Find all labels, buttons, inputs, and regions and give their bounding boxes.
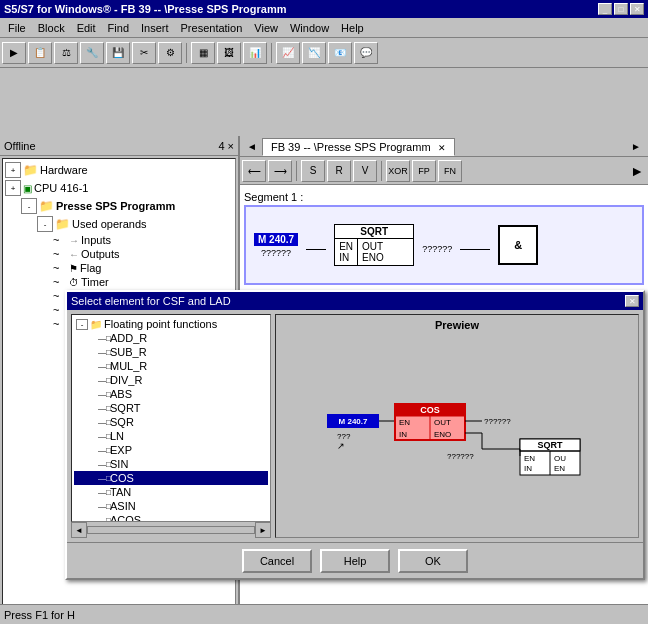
toolbar-btn-8[interactable]: ▦ bbox=[191, 42, 215, 64]
toolbar-btn-2[interactable]: 📋 bbox=[28, 42, 52, 64]
dlg-item-asin[interactable]: —□ ASIN bbox=[74, 499, 268, 513]
toolbar-btn-11[interactable]: 📈 bbox=[276, 42, 300, 64]
dlg-item-add-r[interactable]: —□ ADD_R bbox=[74, 331, 268, 345]
and-block: & bbox=[498, 225, 538, 265]
hscroll-left[interactable]: ◄ bbox=[71, 522, 87, 538]
toolbar-btn-5[interactable]: 💾 bbox=[106, 42, 130, 64]
menu-window[interactable]: Window bbox=[284, 20, 335, 36]
used-operands-label: Used operands bbox=[72, 218, 147, 230]
maximize-button[interactable]: □ bbox=[614, 3, 628, 15]
rt-scroll-right[interactable]: ► bbox=[628, 163, 646, 179]
toolbar-btn-14[interactable]: 💬 bbox=[354, 42, 378, 64]
tilde-inputs: ~ bbox=[53, 234, 69, 246]
dlg-item-exp[interactable]: —□ EXP bbox=[74, 443, 268, 457]
tab-scroll-right[interactable]: ► bbox=[626, 136, 646, 156]
minimize-button[interactable]: _ bbox=[598, 3, 612, 15]
cancel-button[interactable]: Cancel bbox=[242, 549, 312, 573]
tab-scroll-left[interactable]: ◄ bbox=[242, 136, 262, 156]
segment-1-area: M 240.7 ?????? SQRT EN IN bbox=[244, 205, 644, 285]
close-button[interactable]: ✕ bbox=[630, 3, 644, 15]
hscroll-right[interactable]: ► bbox=[255, 522, 271, 538]
menu-presentation[interactable]: Presentation bbox=[175, 20, 249, 36]
dlg-item-sqr[interactable]: —□ SQR bbox=[74, 415, 268, 429]
dialog-tree[interactable]: - 📁 Floating point functions —□ ADD_R —□… bbox=[71, 314, 271, 522]
dialog-close-btn[interactable]: ✕ bbox=[625, 295, 639, 307]
window-controls: _ □ ✕ bbox=[598, 3, 644, 15]
dialog-tree-hscrollbar[interactable]: ◄ ► bbox=[71, 522, 271, 538]
dlg-tree-root[interactable]: - 📁 Floating point functions bbox=[74, 317, 268, 331]
svg-text:OU: OU bbox=[554, 454, 566, 463]
dlg-item-sqrt[interactable]: —□ SQRT bbox=[74, 401, 268, 415]
tree-item-inputs[interactable]: ~ → Inputs bbox=[53, 233, 233, 247]
tilde-outputs: ~ bbox=[53, 248, 69, 260]
toolbar-btn-9[interactable]: 🖼 bbox=[217, 42, 241, 64]
svg-text:ENO: ENO bbox=[434, 430, 451, 439]
expand-cpu[interactable]: + bbox=[5, 180, 21, 196]
expand-presse[interactable]: - bbox=[21, 198, 37, 214]
menu-file[interactable]: File bbox=[2, 20, 32, 36]
q-marks-left: ?????? bbox=[261, 248, 291, 258]
tree-root-label: Floating point functions bbox=[104, 318, 217, 330]
tree-item-timer[interactable]: ~ ⏱ Timer bbox=[53, 275, 233, 289]
dlg-item-cos[interactable]: —□ COS bbox=[74, 471, 268, 485]
rt-btn-fwd[interactable]: ⟶ bbox=[268, 160, 292, 182]
dlg-label-div-r: DIV_R bbox=[110, 374, 142, 386]
rt-btn-back[interactable]: ⟵ bbox=[242, 160, 266, 182]
toolbar-btn-12[interactable]: 📉 bbox=[302, 42, 326, 64]
ok-button[interactable]: OK bbox=[398, 549, 468, 573]
dialog-tree-container: - 📁 Floating point functions —□ ADD_R —□… bbox=[71, 314, 271, 538]
dlg-label-cos: COS bbox=[110, 472, 134, 484]
menu-view[interactable]: View bbox=[248, 20, 284, 36]
menu-help[interactable]: Help bbox=[335, 20, 370, 36]
toolbar-btn-3[interactable]: ⚖ bbox=[54, 42, 78, 64]
hscroll-track[interactable] bbox=[87, 526, 255, 534]
toolbar-btn-4[interactable]: 🔧 bbox=[80, 42, 104, 64]
panel-pin[interactable]: 4 × bbox=[218, 140, 234, 152]
cpu-label: CPU 416-1 bbox=[34, 182, 88, 194]
dlg-item-ln[interactable]: —□ LN bbox=[74, 429, 268, 443]
toolbar-btn-7[interactable]: ⚙ bbox=[158, 42, 182, 64]
expand-used-operands[interactable]: - bbox=[37, 216, 53, 232]
tree-item-outputs[interactable]: ~ ← Outputs bbox=[53, 247, 233, 261]
help-button[interactable]: Help bbox=[320, 549, 390, 573]
svg-text:COS: COS bbox=[420, 405, 440, 415]
dlg-item-abs[interactable]: —□ ABS bbox=[74, 387, 268, 401]
toolbar-btn-6[interactable]: ✂ bbox=[132, 42, 156, 64]
toolbar-btn-13[interactable]: 📧 bbox=[328, 42, 352, 64]
menu-edit[interactable]: Edit bbox=[71, 20, 102, 36]
dlg-item-sin[interactable]: —□ SIN bbox=[74, 457, 268, 471]
rt-btn-s[interactable]: S bbox=[301, 160, 325, 182]
tree-item-used-operands[interactable]: - 📁 Used operands bbox=[37, 215, 233, 233]
expand-floating[interactable]: - bbox=[76, 319, 88, 330]
wire-2 bbox=[460, 249, 490, 250]
item-dash-asin: —□ bbox=[98, 502, 108, 511]
preview-m240-svg-label: M 240.7 bbox=[339, 417, 368, 426]
dlg-item-acos[interactable]: —□ ACOS bbox=[74, 513, 268, 522]
inputs-icon: → bbox=[69, 235, 79, 246]
menu-find[interactable]: Find bbox=[102, 20, 135, 36]
expand-hardware[interactable]: + bbox=[5, 162, 21, 178]
tree-item-flag[interactable]: ~ ⚑ Flag bbox=[53, 261, 233, 275]
hardware-icon: 📁 bbox=[23, 163, 38, 177]
tab-close-btn[interactable]: ✕ bbox=[438, 143, 446, 153]
toolbar-btn-10[interactable]: 📊 bbox=[243, 42, 267, 64]
rt-btn-v[interactable]: V bbox=[353, 160, 377, 182]
toolbar-sep-2 bbox=[271, 43, 272, 63]
rt-btn-xor[interactable]: XOR bbox=[386, 160, 410, 182]
dlg-item-sub-r[interactable]: —□ SUB_R bbox=[74, 345, 268, 359]
tree-item-hardware[interactable]: + 📁 Hardware bbox=[5, 161, 233, 179]
toolbar-btn-1[interactable]: ▶ bbox=[2, 42, 26, 64]
menu-insert[interactable]: Insert bbox=[135, 20, 175, 36]
rt-btn-r[interactable]: R bbox=[327, 160, 351, 182]
tree-item-presse[interactable]: - 📁 Presse SPS Programm bbox=[21, 197, 233, 215]
menu-block[interactable]: Block bbox=[32, 20, 71, 36]
preview-label: Prewiew bbox=[435, 319, 479, 331]
dlg-item-mul-r[interactable]: —□ MUL_R bbox=[74, 359, 268, 373]
dlg-item-div-r[interactable]: —□ DIV_R bbox=[74, 373, 268, 387]
rt-btn-fp[interactable]: FP bbox=[412, 160, 436, 182]
rt-btn-fn[interactable]: FN bbox=[438, 160, 462, 182]
dlg-item-tan[interactable]: —□ TAN bbox=[74, 485, 268, 499]
tab-fb39[interactable]: FB 39 -- \Presse SPS Programm ✕ bbox=[262, 138, 455, 156]
presse-icon: 📁 bbox=[39, 199, 54, 213]
tree-item-cpu[interactable]: + ▣ CPU 416-1 bbox=[5, 179, 233, 197]
